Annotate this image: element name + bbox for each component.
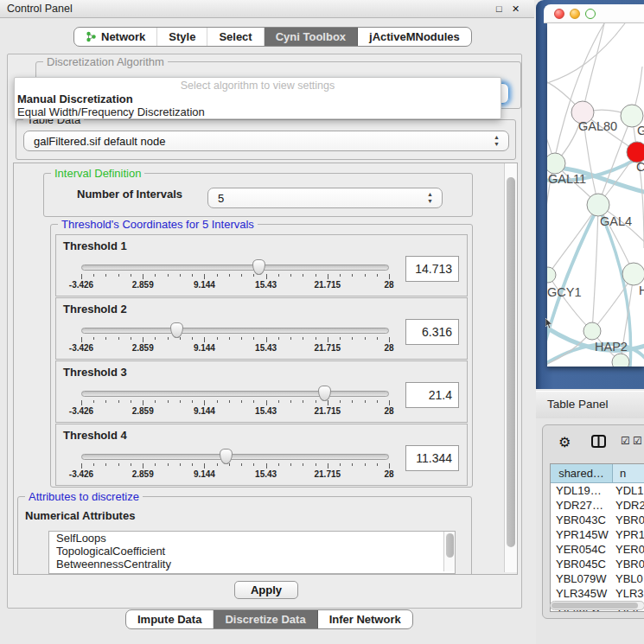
- network-window-titlebar[interactable]: [544, 4, 644, 23]
- cell-name[interactable]: YLR3: [612, 586, 644, 601]
- table-row[interactable]: YLR345WYLR3: [551, 586, 644, 601]
- horizontal-scrollbar[interactable]: [550, 601, 644, 610]
- cell-name[interactable]: YBR0: [612, 513, 644, 527]
- table-row[interactable]: YBL079WYBL0: [551, 571, 644, 586]
- cell-name[interactable]: YDR2: [612, 498, 644, 513]
- table-data-combobox[interactable]: galFiltered.sif default node ▲▼: [23, 131, 509, 151]
- cell-name[interactable]: YPR1: [612, 527, 644, 542]
- checkbox-icon[interactable]: ☑: [633, 436, 642, 446]
- tick-label: 15.43: [255, 469, 277, 479]
- list-scrollbar[interactable]: [443, 532, 455, 571]
- tick-label: 9.144: [194, 343, 215, 353]
- network-node[interactable]: [547, 153, 565, 174]
- table-row[interactable]: YPR145WYPR1: [551, 527, 644, 542]
- checkbox-icon[interactable]: ☑: [621, 436, 630, 446]
- network-node[interactable]: [622, 263, 644, 285]
- attribute-list-item[interactable]: SelfLoops: [49, 532, 455, 545]
- control-panel-titlebar: Control Panel □ ✕: [0, 0, 534, 18]
- tab-network[interactable]: Network: [74, 28, 157, 46]
- table-row[interactable]: YDL19…YDL1: [551, 483, 644, 498]
- close-icon[interactable]: ✕: [512, 3, 520, 15]
- node-table[interactable]: shared… n YDL19…YDL1YDR27…YDR2YBR043CYBR…: [550, 463, 644, 612]
- cell-shared-name[interactable]: YER054C: [551, 542, 612, 557]
- attribute-list-item[interactable]: TopologicalCoefficient: [49, 545, 455, 558]
- algorithm-dropdown-popup: Select algorithm to view settings Manual…: [14, 77, 501, 119]
- network-node-label: H: [639, 284, 644, 297]
- tab-impute-data[interactable]: Impute Data: [126, 610, 214, 628]
- network-node[interactable]: [612, 354, 629, 367]
- dropdown-prompt: Select algorithm to view settings: [15, 80, 501, 92]
- cell-shared-name[interactable]: YDR27…: [551, 498, 612, 513]
- threshold-1-value[interactable]: 14.713: [405, 256, 459, 282]
- threshold-1-thumb[interactable]: [252, 259, 265, 275]
- threshold-3-value[interactable]: 21.4: [405, 382, 459, 408]
- threshold-4-label: Threshold 4: [63, 429, 127, 442]
- minimize-traffic-light-icon[interactable]: [570, 9, 580, 19]
- column-header-shared[interactable]: shared…: [551, 464, 613, 482]
- tab-discretize-data[interactable]: Discretize Data: [214, 610, 317, 628]
- tab-cyni-toolbox[interactable]: Cyni Toolbox: [265, 28, 358, 46]
- cell-name[interactable]: YBL0: [612, 571, 644, 586]
- horizontal-scrollbar-thumb[interactable]: [552, 603, 638, 609]
- network-node[interactable]: [547, 267, 556, 283]
- attribute-list-item[interactable]: BetweennessCentrality: [49, 558, 455, 571]
- tab-style[interactable]: Style: [157, 28, 207, 46]
- cell-shared-name[interactable]: YBR043C: [551, 513, 612, 527]
- cell-name[interactable]: YER0: [612, 542, 644, 557]
- threshold-2-value[interactable]: 6.316: [405, 319, 459, 345]
- table-panel-title: Table Panel: [547, 398, 609, 411]
- float-window-icon[interactable]: □: [496, 3, 502, 14]
- gear-icon[interactable]: ⚙: [558, 434, 571, 450]
- cyni-toolbox-panel: Discretization Algorithm ▲▼ Select algor…: [7, 54, 522, 609]
- tab-select[interactable]: Select: [207, 28, 264, 46]
- list-scrollbar-thumb[interactable]: [446, 533, 454, 558]
- cell-shared-name[interactable]: YLR345W: [551, 586, 612, 601]
- tab-jactivemnodules[interactable]: jActiveMNodules: [358, 28, 471, 46]
- scrollbar-thumb[interactable]: [507, 177, 515, 547]
- zoom-traffic-light-icon[interactable]: [585, 9, 596, 19]
- slider-ticks: [81, 337, 389, 342]
- control-panel-tabs: Network Style Select Cyni Toolbox jActiv…: [73, 27, 472, 47]
- vertical-scrollbar[interactable]: [504, 163, 517, 572]
- network-node-label: GAL4: [600, 214, 632, 228]
- combo-arrows-icon: ▲▼: [426, 191, 434, 207]
- numerical-attributes-label: Numerical Attributes: [25, 509, 135, 522]
- cell-shared-name[interactable]: YDL19…: [551, 483, 612, 498]
- threshold-3-thumb[interactable]: [318, 386, 331, 401]
- close-traffic-light-icon[interactable]: [554, 9, 564, 19]
- discretization-algorithm-title: Discretization Algorithm: [43, 55, 168, 68]
- dropdown-option-manual[interactable]: Manual Discretization: [17, 92, 133, 105]
- cell-name[interactable]: YBR0: [612, 557, 644, 571]
- table-row[interactable]: YBR043CYBR0: [551, 513, 644, 527]
- cell-shared-name[interactable]: YBL079W: [551, 571, 612, 586]
- network-canvas[interactable]: GAL80GACGAL11GAL4GCY1HHAP2: [547, 23, 644, 367]
- network-node-label: GAL80: [578, 119, 617, 133]
- tick-label: -3.426: [69, 406, 93, 416]
- threshold-2-slider[interactable]: [81, 328, 389, 334]
- network-window[interactable]: GAL80GACGAL11GAL4GCY1HHAP2: [536, 0, 644, 389]
- table-data-value: galFiltered.sif default node: [34, 135, 165, 148]
- threshold-4-value[interactable]: 11.344: [405, 445, 459, 471]
- slider-tick-labels: -3.4262.8599.14415.4321.71528: [81, 469, 389, 480]
- threshold-2-thumb[interactable]: [170, 322, 183, 338]
- network-node[interactable]: [587, 194, 609, 216]
- tab-infer-network[interactable]: Infer Network: [318, 610, 412, 628]
- table-row[interactable]: YBR045CYBR0: [551, 557, 644, 571]
- threshold-4-slider[interactable]: [81, 454, 389, 460]
- column-header-name[interactable]: n: [613, 464, 644, 482]
- tick-label: 9.144: [194, 280, 215, 290]
- cell-name[interactable]: YDL1: [612, 483, 644, 498]
- cell-shared-name[interactable]: YBR045C: [551, 557, 612, 571]
- split-columns-icon[interactable]: [591, 435, 606, 448]
- numerical-attributes-list[interactable]: SelfLoopsTopologicalCoefficientBetweenne…: [48, 531, 456, 574]
- apply-button[interactable]: Apply: [234, 581, 298, 599]
- num-intervals-combobox[interactable]: 5 ▲▼: [207, 188, 443, 208]
- dropdown-option-equal-width[interactable]: Equal Width/Frequency Discretization: [17, 105, 205, 118]
- threshold-1-slider[interactable]: [81, 265, 389, 271]
- threshold-3-slider[interactable]: [81, 391, 389, 397]
- table-row[interactable]: YER054CYER0: [551, 542, 644, 557]
- threshold-4-thumb[interactable]: [220, 449, 233, 464]
- network-node[interactable]: [583, 322, 601, 340]
- cell-shared-name[interactable]: YPR145W: [551, 527, 612, 542]
- table-row[interactable]: YDR27…YDR2: [551, 498, 644, 513]
